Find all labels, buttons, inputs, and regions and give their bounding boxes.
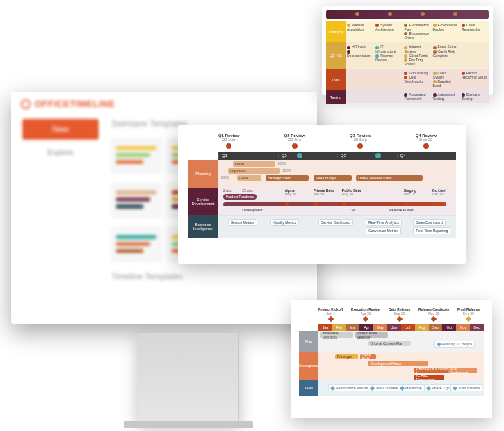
dev-ms-date: Jun 30 — [314, 192, 324, 196]
milestone: Q3 Review20 Sep — [350, 133, 371, 149]
chip: Planning V2 Begins — [442, 342, 473, 346]
milestone: Project KickoffJan 4 — [318, 307, 343, 323]
swimlane-label: Service Development — [188, 188, 218, 216]
row-label: Tools — [326, 69, 346, 90]
diamond-icon — [363, 316, 368, 322]
quarter-label: Q4 — [397, 154, 457, 158]
brand-name: OFFICETIMELINE — [35, 99, 115, 109]
section-title-timeline: Timeline Templates — [111, 272, 306, 282]
bar: Immediate Decisions — [320, 332, 353, 338]
node-icon — [342, 202, 346, 206]
dev-rail — [223, 202, 446, 206]
bi-chip: Conversion Metrics — [366, 227, 401, 234]
milestone-row: Project KickoffJan 4 Execution ReviewApr… — [299, 307, 484, 324]
bar-label: Data + Release Plans — [358, 176, 392, 180]
dev-ms-date: Nov 19 — [404, 192, 415, 196]
quarter-bar: Q1 Q2 Q3 Q4 — [218, 152, 456, 160]
bi-chip: Real-Time Analytics — [366, 219, 402, 226]
month-scale: Jan Feb Mar Apr May Jun Jul Aug Sep Oct … — [318, 324, 484, 331]
lane-label: Development — [299, 352, 318, 380]
cell-text: E-commerce Plan — [404, 23, 428, 31]
month: Mar — [346, 324, 360, 331]
bar-pct: 100% — [282, 168, 291, 172]
bar: Development Phase I — [368, 361, 428, 366]
diamond-icon — [396, 316, 402, 322]
swimlane-bi: Business Intelligence Service Metrics Qu… — [188, 216, 456, 238]
milestone: Q2 Review20 Jun — [284, 133, 305, 149]
bar-pct: 100% — [278, 161, 287, 165]
milestone: Q1 Review20 Mar — [218, 133, 239, 149]
lane-label: Team — [299, 380, 318, 396]
node-icon — [314, 202, 318, 206]
template-card[interactable] — [111, 138, 161, 173]
template-card[interactable] — [111, 183, 161, 218]
chip-roadmap: Product Roadmap — [223, 194, 257, 200]
month: May — [373, 324, 387, 331]
chip: Monitoring — [405, 386, 421, 390]
laptop-foot — [124, 421, 253, 428]
chip: Test Complete — [375, 386, 398, 390]
laptop-base — [138, 332, 239, 421]
cell-text: Documentation — [347, 54, 371, 58]
bar: Infrastructure Selection — [355, 332, 388, 338]
diamond-icon — [327, 316, 333, 322]
sidebar-item-explore[interactable]: Explore — [22, 145, 99, 159]
row-testing: Testing Automated Framework Automated Te… — [326, 90, 489, 104]
milestone: Execution ReviewApr 30 — [351, 307, 381, 323]
timeline-bottom-panel: Project KickoffJan 4 Execution ReviewApr… — [291, 300, 492, 418]
month: Feb — [332, 324, 346, 331]
bar: Development Phase II — [414, 368, 450, 373]
milestone-row: Q1 Review20 Mar Q2 Review20 Jun Q3 Revie… — [188, 133, 456, 152]
bar-label: Objectives — [230, 169, 246, 173]
swimlane-label: Planning — [188, 160, 218, 188]
lane-plan: Plan Immediate Decisions Infrastructure … — [299, 331, 484, 352]
lane-team: Team Performance Validation Test Complet… — [299, 380, 484, 396]
node-icon — [285, 202, 289, 206]
month: Aug — [415, 324, 429, 331]
row-label: Q1 - Q3 — [326, 42, 346, 69]
milestone: Release CandidateNov 15 — [418, 307, 449, 323]
node-icon — [404, 202, 408, 206]
month: Oct — [442, 324, 456, 331]
swimlane-label: Business Intelligence — [188, 216, 218, 238]
logo-icon — [21, 99, 31, 109]
swimlane-planning: Planning Vision 100% Objectives 100% 100… — [188, 160, 456, 188]
bi-chip: Sales Dashboard — [413, 219, 445, 226]
bi-chip: Real-Time Reporting — [413, 227, 450, 234]
month: Dec — [470, 324, 484, 331]
bar-label: Vision — [235, 162, 245, 166]
timeline-large-panel: Q1 Review20 Mar Q2 Review20 Jun Q3 Revie… — [178, 125, 466, 264]
cell-text: Email Setup — [438, 44, 457, 49]
milestone: Final ReleaseDec 20 — [457, 307, 480, 323]
bar-label: Strategic Intent — [268, 176, 291, 180]
swimlane-service-dev: Service Development 3 wks 25 wks Alpha M… — [188, 188, 456, 216]
month: Apr — [359, 324, 373, 331]
quarter-label: Q3 — [337, 154, 397, 158]
milestone: Q4 ReviewDec 20 — [416, 133, 437, 149]
dev-ms-date: Aug 30 — [342, 192, 353, 196]
bar-label: Goals — [239, 176, 248, 180]
month: Sep — [429, 324, 443, 331]
pin-icon — [357, 143, 363, 149]
chip: Phase 2 go — [432, 386, 449, 390]
app-header: OFFICETIMELINE — [11, 92, 317, 116]
roadmap-small-header — [326, 10, 489, 19]
new-button[interactable]: New — [22, 119, 99, 140]
quarter-label: Q2 — [278, 154, 338, 158]
cell-text: Grid Tooling — [409, 71, 428, 75]
row-label: Planning — [326, 21, 346, 42]
bar: GTM Deployment — [448, 368, 478, 373]
diamond-icon — [466, 316, 471, 322]
month: Jun — [387, 324, 401, 331]
chip: Performance Validation — [336, 386, 372, 390]
cell-text: HR Input — [352, 44, 366, 49]
bar: Original Content Plan — [368, 341, 411, 346]
cell-text: E-commerce Deploy — [433, 23, 457, 31]
template-card[interactable] — [111, 227, 161, 262]
span-start: 3 wks — [223, 188, 232, 193]
bar-label: Sales Budget — [316, 176, 336, 180]
roadmap-small-panel: Planning Website Acquisition System Arch… — [322, 6, 493, 95]
span-end: 25 wks — [242, 188, 253, 193]
cell-text: Report Recurring Setup — [462, 71, 487, 79]
cell-text: Client Portal — [409, 54, 428, 58]
